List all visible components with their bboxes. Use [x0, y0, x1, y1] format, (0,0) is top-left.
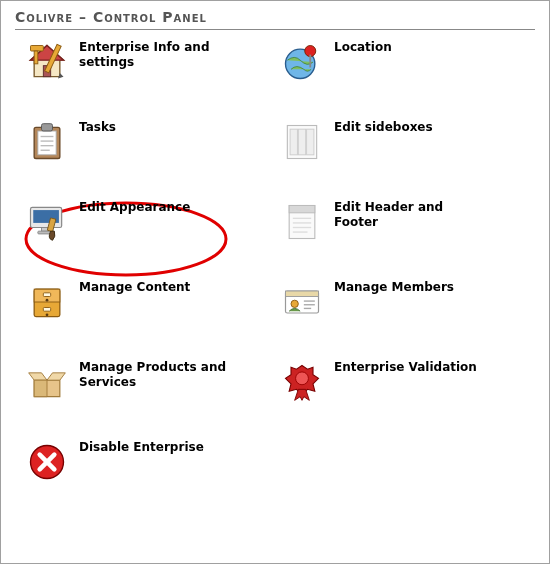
item-label: Manage Content — [79, 280, 190, 295]
title-divider — [15, 29, 535, 30]
item-tasks[interactable]: Tasks — [25, 120, 270, 172]
svg-rect-21 — [307, 129, 314, 155]
item-label: Enterprise Validation — [334, 360, 477, 375]
item-label: Manage Members — [334, 280, 454, 295]
item-enterprise-validation[interactable]: Enterprise Validation — [280, 360, 525, 412]
item-manage-content[interactable]: Manage Content — [25, 280, 270, 332]
svg-rect-6 — [31, 46, 44, 52]
clipboard-icon — [25, 120, 69, 164]
columns-page-icon — [280, 120, 324, 164]
svg-point-37 — [46, 299, 49, 302]
red-x-icon — [25, 440, 69, 484]
svg-marker-46 — [29, 373, 47, 380]
item-disable-enterprise[interactable]: Disable Enterprise — [25, 440, 270, 492]
item-label: Location — [334, 40, 392, 55]
item-label: Disable Enterprise — [79, 440, 204, 455]
items-grid: Enterprise Info and settings Location — [15, 40, 535, 492]
svg-rect-28 — [289, 206, 315, 213]
item-edit-sideboxes[interactable]: Edit sideboxes — [280, 120, 525, 172]
svg-rect-7 — [34, 51, 38, 64]
svg-rect-19 — [290, 129, 297, 155]
item-manage-products[interactable]: Manage Products and Services — [25, 360, 270, 412]
svg-point-38 — [46, 313, 49, 316]
svg-rect-20 — [298, 129, 305, 155]
item-location[interactable]: Location — [280, 40, 525, 92]
open-box-icon — [25, 360, 69, 404]
item-edit-header-footer[interactable]: Edit Header and Footer — [280, 200, 525, 252]
item-edit-appearance[interactable]: Edit Appearance — [25, 200, 270, 252]
header-page-icon — [280, 200, 324, 244]
svg-rect-36 — [43, 308, 50, 312]
svg-rect-12 — [38, 131, 56, 155]
svg-rect-40 — [286, 291, 319, 297]
item-label: Tasks — [79, 120, 116, 135]
item-label: Manage Products and Services — [79, 360, 229, 390]
item-enterprise-info[interactable]: Enterprise Info and settings — [25, 40, 270, 92]
svg-marker-47 — [47, 373, 65, 380]
svg-point-49 — [296, 372, 309, 385]
globe-pin-icon — [280, 40, 324, 84]
drawer-icon — [25, 280, 69, 324]
svg-rect-35 — [43, 293, 50, 297]
wax-seal-icon — [280, 360, 324, 404]
member-card-icon — [280, 280, 324, 324]
svg-rect-13 — [42, 124, 53, 131]
svg-rect-10 — [309, 55, 311, 68]
svg-marker-48 — [34, 380, 47, 397]
item-label: Edit Appearance — [79, 200, 190, 215]
svg-point-41 — [291, 300, 298, 307]
page-title: Colivre – Control Panel — [15, 9, 535, 27]
item-label: Edit Header and Footer — [334, 200, 484, 230]
item-manage-members[interactable]: Manage Members — [280, 280, 525, 332]
monitor-brush-icon — [25, 200, 69, 244]
item-label: Edit sideboxes — [334, 120, 433, 135]
house-tools-icon — [25, 40, 69, 84]
item-label: Enterprise Info and settings — [79, 40, 229, 70]
control-panel: Colivre – Control Panel Enterprise Info … — [0, 0, 550, 564]
